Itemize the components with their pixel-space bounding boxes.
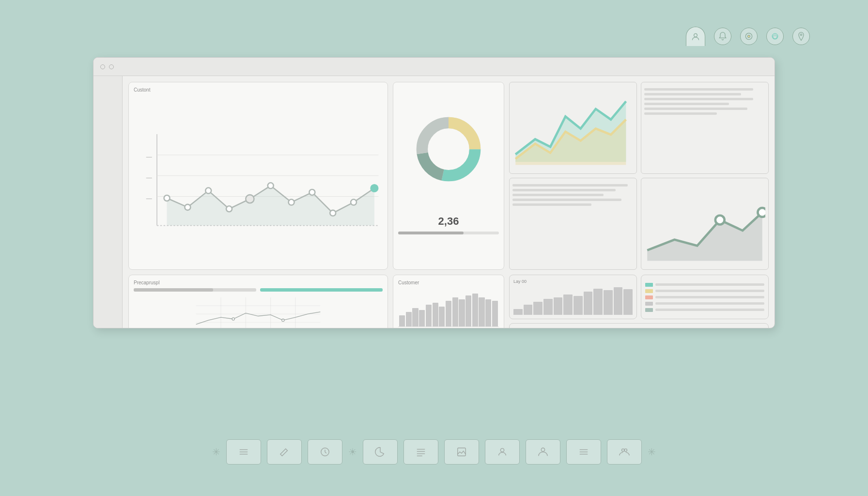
svg-point-16 <box>289 200 294 205</box>
right-top-panels <box>509 82 769 270</box>
svg-point-20 <box>370 184 378 192</box>
users-panel <box>509 323 769 328</box>
svg-point-4 <box>800 34 802 35</box>
svg-point-55 <box>541 448 544 451</box>
person-icon-2 <box>538 447 548 457</box>
svg-point-19 <box>351 200 356 205</box>
mini-lines-panel-2 <box>509 178 637 270</box>
line-chart-svg: — — — <box>134 95 383 270</box>
toolbar-pencil[interactable] <box>267 439 302 465</box>
toolbar-person-3[interactable] <box>607 439 642 465</box>
svg-text:—: — <box>146 174 152 181</box>
window-titlebar <box>93 58 775 76</box>
right-legend-panel <box>641 275 769 319</box>
top-icon-bar <box>686 27 810 46</box>
toolbar-lines-2[interactable] <box>403 439 438 465</box>
progress-panel: Precapruspl <box>128 275 388 328</box>
window-dot-2 <box>109 64 114 69</box>
donut-chart-panel: 2,36 <box>393 82 504 270</box>
svg-point-41 <box>282 319 284 321</box>
toolbar-person-2[interactable] <box>526 439 560 465</box>
svg-point-0 <box>694 33 698 37</box>
right-bottom-panels: Lay 00 <box>509 275 769 328</box>
donut-progress-bar <box>398 232 499 234</box>
progress-line-chart <box>134 297 383 328</box>
power-icon[interactable] <box>766 28 784 45</box>
svg-point-14 <box>246 195 254 203</box>
clock-icon <box>320 447 330 457</box>
svg-point-2 <box>748 35 750 38</box>
donut-chart-svg <box>398 87 499 211</box>
mini-lines-panel-1 <box>641 82 769 174</box>
lines-icon-1 <box>238 447 249 457</box>
bottom-toolbar: ✳ ☀ <box>48 439 820 465</box>
lines-icon-2 <box>416 447 426 457</box>
dashboard-window: Custont <box>93 57 775 328</box>
toolbar-pie[interactable] <box>363 439 398 465</box>
svg-point-60 <box>624 449 627 452</box>
mini-line-chart <box>644 181 765 266</box>
sun-icon-left: ✳ <box>212 446 220 458</box>
svg-point-54 <box>500 449 504 452</box>
lines-icon-3 <box>578 447 589 457</box>
user-avatar-icon[interactable] <box>686 27 705 46</box>
mini-area-chart-panel <box>509 82 637 174</box>
location-pin-icon[interactable] <box>792 28 810 45</box>
svg-point-13 <box>226 206 232 212</box>
person-icon-1 <box>497 447 508 457</box>
svg-point-12 <box>205 188 211 194</box>
toolbar-lines-3[interactable] <box>566 439 601 465</box>
person-icon-3 <box>619 447 630 457</box>
line-chart-title: Custont <box>134 87 383 93</box>
bell-icon[interactable] <box>714 28 731 45</box>
pie-chart-icon <box>375 447 386 457</box>
svg-point-17 <box>309 189 315 195</box>
svg-point-18 <box>330 210 336 216</box>
right-bar-chart-panel: Lay 00 <box>509 275 637 319</box>
svg-point-31 <box>758 208 765 217</box>
svg-point-40 <box>232 318 234 320</box>
toolbar-person-1[interactable] <box>485 439 520 465</box>
circle-status-icon[interactable] <box>740 28 758 45</box>
svg-point-11 <box>185 204 190 210</box>
mini-line-chart-panel <box>641 178 769 270</box>
line-chart-panel: Custont <box>128 82 388 270</box>
right-bar-title: Lay 00 <box>513 279 633 284</box>
customer-panel-title: Customer <box>398 280 499 285</box>
svg-text:—: — <box>146 195 152 202</box>
donut-bar-fill <box>398 232 464 234</box>
svg-point-59 <box>622 449 625 452</box>
customer-chart-panel: Customer <box>393 275 504 328</box>
image-icon <box>456 447 467 457</box>
toolbar-clock[interactable] <box>308 439 342 465</box>
donut-value: 2,36 <box>398 215 499 228</box>
toolbar-image[interactable] <box>444 439 479 465</box>
window-dot-1 <box>100 64 105 69</box>
svg-point-29 <box>433 134 465 165</box>
dashboard-content: Custont <box>93 76 775 328</box>
svg-text:—: — <box>146 154 152 160</box>
svg-point-30 <box>715 216 725 225</box>
dashboard-main: Custont <box>123 76 775 328</box>
progress-panel-title: Precapruspl <box>134 280 383 285</box>
dashboard-sidebar <box>93 76 123 328</box>
star-icon-right: ✳ <box>648 446 656 458</box>
sun-icon-mid: ☀ <box>348 446 357 458</box>
svg-point-10 <box>164 195 170 201</box>
svg-point-15 <box>268 183 274 188</box>
toolbar-lines-1[interactable] <box>226 439 261 465</box>
mini-area-chart <box>512 85 634 170</box>
pencil-icon <box>279 447 290 457</box>
